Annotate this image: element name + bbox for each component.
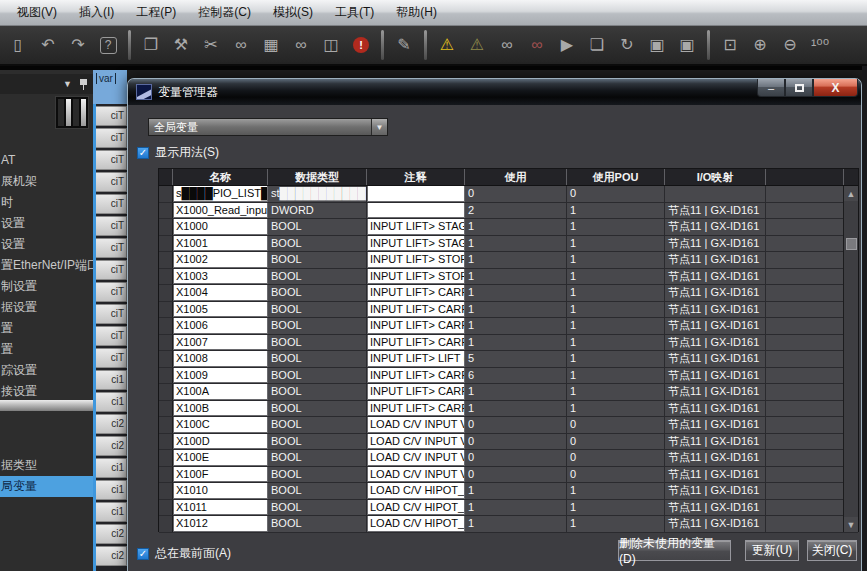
background-row-header[interactable]: ciT xyxy=(96,238,127,258)
datatype-cell[interactable]: BOOL xyxy=(268,467,367,483)
background-row-header[interactable]: ciT xyxy=(96,282,127,302)
row-selector-cell[interactable] xyxy=(159,236,173,252)
chevron-down-icon[interactable]: ▼ xyxy=(63,79,72,89)
row-selector-cell[interactable] xyxy=(159,368,173,384)
datatype-cell[interactable]: BOOL xyxy=(268,302,367,318)
sidebar-item-2[interactable]: 时 xyxy=(0,192,93,213)
comment-cell[interactable]: INPUT LIFT> STAG xyxy=(367,236,465,252)
comment-cell[interactable]: INPUT LIFT> CARR xyxy=(367,335,465,351)
background-row-header[interactable]: ci2 xyxy=(96,546,127,566)
sidebar-item-11[interactable]: 接设置 xyxy=(0,381,93,402)
datatype-cell[interactable]: BOOL xyxy=(268,417,367,433)
row-selector-cell[interactable] xyxy=(159,302,173,318)
sidebar-item-8[interactable]: 置 xyxy=(0,318,93,339)
name-cell[interactable]: X1004 xyxy=(173,285,268,301)
datatype-cell[interactable]: BOOL xyxy=(268,236,367,252)
datatype-cell[interactable]: BOOL xyxy=(268,252,367,268)
comment-cell[interactable]: LOAD C/V INPUT V xyxy=(367,450,465,466)
background-row-header[interactable]: ciT xyxy=(96,194,127,214)
datatype-cell[interactable]: DWORD xyxy=(268,203,367,219)
row-selector-cell[interactable] xyxy=(159,186,173,202)
name-cell[interactable]: X1002 xyxy=(173,252,268,268)
run-icon[interactable]: ▶ xyxy=(555,33,579,57)
help-icon[interactable]: ? xyxy=(96,33,120,57)
background-row-header[interactable]: ciT xyxy=(96,150,127,170)
row-selector-cell[interactable] xyxy=(159,252,173,268)
row-selector-cell[interactable] xyxy=(159,351,173,367)
build-icon[interactable]: ⚒ xyxy=(169,33,193,57)
background-row-header[interactable]: ci1 xyxy=(96,458,127,478)
download-device-icon[interactable]: ▣ xyxy=(645,33,669,57)
warning-icon[interactable]: ⚠ xyxy=(435,33,459,57)
menu-item-1[interactable]: 插入(I) xyxy=(68,0,125,25)
menu-item-3[interactable]: 控制器(C) xyxy=(187,0,262,25)
zoom-fit-icon[interactable]: ⊡ xyxy=(718,33,742,57)
background-row-header[interactable]: ciT xyxy=(96,172,127,192)
row-selector-cell[interactable] xyxy=(159,269,173,285)
datatype-cell[interactable]: BOOL xyxy=(268,269,367,285)
row-selector-cell[interactable] xyxy=(159,516,173,532)
comment-cell[interactable]: INPUT LIFT> STOP xyxy=(367,252,465,268)
background-row-header[interactable]: ci1 xyxy=(96,480,127,500)
row-selector-cell[interactable] xyxy=(159,318,173,334)
background-row-header[interactable]: ciT xyxy=(96,128,127,148)
comment-cell[interactable]: INPUT LIFT> CARR xyxy=(367,302,465,318)
datatype-cell[interactable]: st████████████ xyxy=(268,186,367,202)
name-cell[interactable]: X100B xyxy=(173,401,268,417)
column-header-4[interactable]: 使用POU xyxy=(567,169,665,185)
menu-item-0[interactable]: 视图(V) xyxy=(6,0,68,25)
name-cell[interactable]: X1007 xyxy=(173,335,268,351)
run-copy-icon[interactable]: ❏ xyxy=(585,33,609,57)
comment-cell[interactable]: LOAD C/V INPUT V xyxy=(367,434,465,450)
dropdown-arrow-icon[interactable]: ▼ xyxy=(371,119,387,135)
comment-cell[interactable]: INPUT LIFT> CARR xyxy=(367,384,465,400)
close-button[interactable]: X xyxy=(813,79,858,97)
background-row-header[interactable]: ciT xyxy=(96,326,127,346)
window-icon[interactable]: ❐ xyxy=(139,33,163,57)
sidebar-item-3[interactable]: 设置 xyxy=(0,213,93,234)
sidebar-item-1[interactable]: 展机架 xyxy=(0,171,93,192)
background-tab[interactable]: var xyxy=(93,70,127,104)
menu-item-2[interactable]: 工程(P) xyxy=(125,0,187,25)
error-list-icon[interactable]: ! xyxy=(349,33,373,57)
datatype-cell[interactable]: BOOL xyxy=(268,483,367,499)
column-header-0[interactable]: 名称 xyxy=(173,169,268,185)
vertical-scrollbar[interactable]: ▲ ▼ xyxy=(843,186,858,532)
watch-chain-icon[interactable]: ∞ xyxy=(289,33,313,57)
datatype-cell[interactable]: BOOL xyxy=(268,368,367,384)
comment-cell[interactable]: LOAD C/V HIPOT_ xyxy=(367,500,465,516)
datatype-cell[interactable]: BOOL xyxy=(268,384,367,400)
undo-icon[interactable]: ↶ xyxy=(36,33,60,57)
redo-icon[interactable]: ↷ xyxy=(66,33,90,57)
row-selector-cell[interactable] xyxy=(159,450,173,466)
name-cell[interactable]: X100C xyxy=(173,417,268,433)
row-selector-cell[interactable] xyxy=(159,219,173,235)
comment-cell[interactable]: INPUT LIFT> CARR xyxy=(367,285,465,301)
name-cell[interactable]: X1001 xyxy=(173,236,268,252)
datatype-cell[interactable]: BOOL xyxy=(268,351,367,367)
upload-device-icon[interactable]: ▣ xyxy=(675,33,699,57)
row-selector-cell[interactable] xyxy=(159,467,173,483)
datatype-cell[interactable]: BOOL xyxy=(268,434,367,450)
comment-cell[interactable]: INPUT LIFT> CARR xyxy=(367,368,465,384)
row-selector-cell[interactable] xyxy=(159,384,173,400)
comment-cell[interactable]: LOAD C/V INPUT V xyxy=(367,467,465,483)
datatype-cell[interactable]: BOOL xyxy=(268,450,367,466)
dialog-titlebar[interactable]: 变量管理器 – X xyxy=(128,79,861,105)
background-row-header[interactable]: ci2 xyxy=(96,436,127,456)
sidebar-item-5[interactable]: 置EtherNet/IP端口 xyxy=(0,255,93,276)
warning-off-icon[interactable]: ⚠ xyxy=(465,33,489,57)
name-cell[interactable]: X100F xyxy=(173,467,268,483)
name-cell[interactable]: X1011 xyxy=(173,500,268,516)
datatype-cell[interactable]: BOOL xyxy=(268,219,367,235)
background-row-header[interactable]: ciT xyxy=(96,216,127,236)
row-selector-cell[interactable] xyxy=(159,203,173,219)
datatype-cell[interactable]: BOOL xyxy=(268,285,367,301)
scroll-up-icon[interactable]: ▲ xyxy=(844,186,858,201)
background-row-header[interactable]: ci2 xyxy=(96,414,127,434)
scrollbar-thumb[interactable] xyxy=(846,238,857,250)
name-cell[interactable]: X100E xyxy=(173,450,268,466)
comment-cell[interactable] xyxy=(367,203,465,219)
background-row-header[interactable]: ciT xyxy=(96,304,127,324)
comment-cell[interactable]: INPUT LIFT> STOP xyxy=(367,269,465,285)
